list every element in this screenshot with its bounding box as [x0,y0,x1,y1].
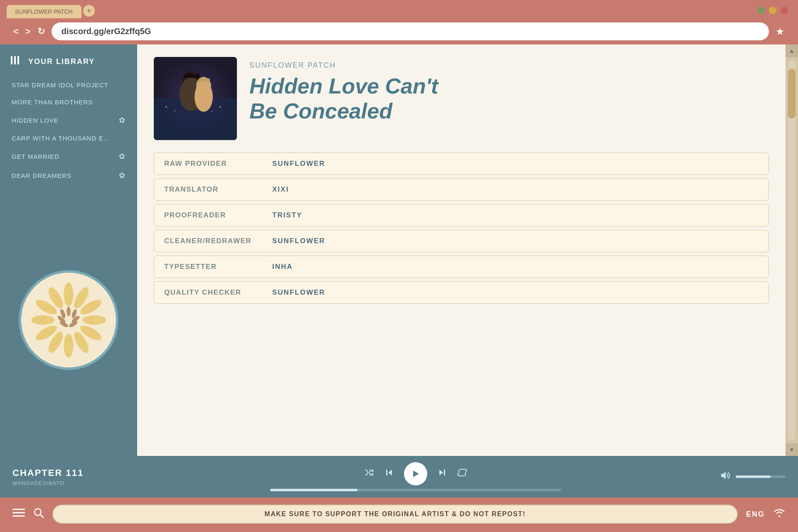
credits-table: RAW PROVIDER SUNFLOWER TRANSLATOR XIXI P… [154,153,769,304]
manga-header: SUNFLOWER PATCH Hidden Love Can't Be Con… [154,57,769,140]
sidebar-item-label: HIDDEN LOVE [12,117,59,124]
credit-value: SUNFLOWER [262,282,768,303]
sidebar-item-carp[interactable]: CARP WITH A THOUSAND E... [8,131,129,146]
player-info: CHAPTER 111 MANGADEX/BATO [12,468,129,486]
svg-point-21 [66,307,71,316]
repeat-button[interactable] [457,468,467,480]
credit-value: XIXI [262,179,768,200]
svg-rect-41 [12,509,25,510]
tab-bar: SUNFLOWER PATCH + [7,5,791,18]
sidebar-item-label: MORE THAN BROTHERS [12,99,93,106]
credit-label: CLEANER/REDRAWER [154,230,262,252]
hamburger-menu-button[interactable] [12,508,25,521]
credit-value: SUNFLOWER [262,153,768,175]
svg-line-45 [40,515,43,517]
svg-rect-36 [386,470,387,475]
wifi-icon [773,507,786,521]
new-tab-button[interactable]: + [83,5,95,17]
search-button[interactable] [33,507,44,521]
sidebar-item-label: GET MARRIED [12,153,59,160]
sunflower-logo [19,270,118,370]
sidebar-item-get-married[interactable]: GET MARRIED ✿ [8,148,129,165]
sidebar: YOUR LIBRARY STAR DREAM IDOL PROJECT MOR… [0,44,137,456]
svg-point-30 [219,106,221,108]
credit-row-proofreader: PROOFREADER TRISTY [154,204,769,227]
svg-point-3 [64,283,74,306]
scroll-track[interactable] [788,60,796,440]
volume-icon [720,470,731,483]
address-bar-row: < > ↻ ★ [7,18,791,44]
shuffle-button[interactable] [364,468,374,480]
credit-label: TRANSLATOR [154,179,262,200]
scroll-thumb[interactable] [788,69,796,118]
svg-rect-39 [444,470,445,475]
sidebar-item-label: STAR DREAM IDOL PROJECT [12,81,108,89]
svg-point-29 [212,111,213,112]
chapter-source: MANGADEX/BATO [12,480,129,486]
next-button[interactable] [437,468,447,480]
main-content: SUNFLOWER PATCH Hidden Love Can't Be Con… [137,44,786,456]
credit-row-translator: TRANSLATOR XIXI [154,178,769,201]
back-button[interactable]: < [13,26,19,37]
publisher-name: SUNFLOWER PATCH [249,61,769,70]
svg-rect-0 [11,56,12,64]
credit-label: RAW PROVIDER [154,153,262,175]
forward-button[interactable]: > [25,26,31,37]
maximize-button[interactable] [769,7,776,14]
browser-tab[interactable]: SUNFLOWER PATCH [7,5,81,18]
volume-area [702,470,786,483]
tab-label: SUNFLOWER PATCH [15,8,73,15]
prev-button[interactable] [384,468,394,480]
credit-value: SUNFLOWER [262,230,768,252]
svg-marker-38 [439,470,443,475]
star-icon: ✿ [119,152,126,161]
cover-art [154,57,237,140]
star-icon: ✿ [119,116,126,125]
svg-marker-37 [413,470,419,477]
star-icon: ✿ [119,171,126,180]
window-controls [757,7,788,14]
svg-rect-43 [12,515,25,517]
bottom-message: MAKE SURE TO SUPPORT THE ORIGINAL ARTIST… [52,505,738,524]
sidebar-item-star-dream[interactable]: STAR DREAM IDOL PROJECT [8,77,129,93]
scroll-up-button[interactable]: ▲ [786,44,798,57]
chapter-title: CHAPTER 111 [12,468,129,478]
credit-row-raw: RAW PROVIDER SUNFLOWER [154,153,769,175]
url-bar[interactable] [52,22,769,40]
volume-bar[interactable] [736,475,786,478]
svg-marker-35 [388,470,392,475]
library-title-text: YOUR LIBRARY [28,57,95,66]
volume-fill [736,475,771,478]
play-button[interactable] [404,462,427,485]
credit-row-cleaner: CLEANER/REDRAWER SUNFLOWER [154,230,769,252]
svg-rect-2 [17,56,19,64]
sidebar-item-hidden-love[interactable]: HIDDEN LOVE ✿ [8,111,129,129]
language-selector[interactable]: ENG [746,510,765,519]
sidebar-item-label: DEAR DREAMERS [12,172,71,179]
bookmark-button[interactable]: ★ [776,26,785,37]
svg-point-34 [195,82,213,112]
manga-title: Hidden Love Can't Be Concealed [249,74,769,124]
minimize-button[interactable] [757,7,765,14]
library-icon [10,54,22,69]
credit-label: QUALITY CHECKER [154,282,262,303]
close-button[interactable] [781,7,788,14]
player-controls [129,462,702,491]
sidebar-logo-area [0,184,137,456]
sidebar-list: STAR DREAM IDOL PROJECT MORE THAN BROTHE… [0,77,137,184]
sidebar-item-label: CARP WITH A THOUSAND E... [12,135,110,142]
svg-point-25 [174,111,175,112]
credit-row-quality: QUALITY CHECKER SUNFLOWER [154,281,769,304]
scroll-down-button[interactable]: ▼ [786,443,798,456]
sidebar-item-brothers[interactable]: MORE THAN BROTHERS [8,94,129,110]
main-layout: YOUR LIBRARY STAR DREAM IDOL PROJECT MOR… [0,44,798,456]
manga-cover [154,57,237,140]
refresh-button[interactable]: ↻ [37,26,45,37]
svg-point-9 [64,334,74,357]
player-bar: CHAPTER 111 MANGADEX/BATO [0,456,798,498]
credit-value: INHA [262,256,768,278]
scrollbar[interactable]: ▲ ▼ [786,44,798,456]
progress-bar[interactable] [270,489,561,491]
player-buttons [364,462,467,485]
sidebar-item-dear-dreamers[interactable]: DEAR DREAMERS ✿ [8,167,129,184]
